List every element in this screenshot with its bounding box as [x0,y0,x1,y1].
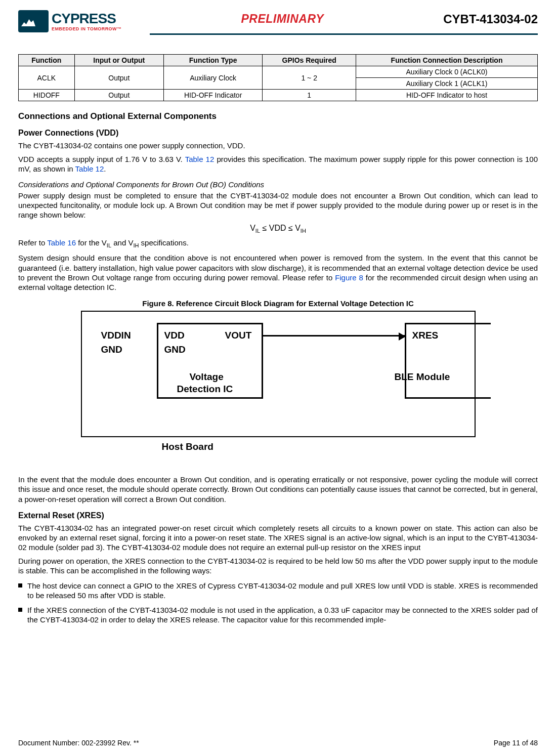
text: specifications. [139,238,188,247]
cell-gpios: 1 ~ 2 [263,66,356,90]
header-rule [150,33,538,35]
figure-label-gnd: GND [164,344,186,355]
table-row: ACLK Output Auxiliary Clock 1 ~ 2 Auxili… [19,66,538,78]
th-function: Function [19,55,75,66]
th-desc: Function Connection Description [356,55,538,66]
text: for the V [76,238,107,247]
paragraph: System design should ensure that the con… [18,253,538,292]
text: V [250,224,255,232]
subsubsection-bo-title: Considerations and Optional Components f… [18,180,538,189]
logo-icon [18,10,49,32]
subsection-xres-title: External Reset (XRES) [18,511,538,520]
text: VDD accepts a supply input of 1.76 V to … [18,155,185,163]
part-number: CYBT-413034-02 [443,10,538,26]
footer-docnum: Document Number: 002-23992 Rev. ** [18,739,139,747]
text: Refer to [18,238,47,247]
logo-main: CYPRESS [52,12,121,26]
section-title-connections: Connections and Optional External Compon… [18,111,538,121]
page-footer: Document Number: 002-23992 Rev. ** Page … [18,739,538,747]
figure-label-vdd: VDD [164,330,185,341]
table-row: HIDOFF Output HID-OFF Indicator 1 HID-OF… [19,90,538,101]
cell-io: Output [74,90,163,101]
cell-function: ACLK [19,66,75,90]
figure-label-vout: VOUT [225,330,252,341]
paragraph: VDD accepts a supply input of 1.76 V to … [18,154,538,174]
page: CYPRESS EMBEDDED IN TOMORROW™ PRELIMINAR… [0,0,556,756]
figure-label-detection-ic: Detection IC [177,384,233,395]
paragraph: The CYBT-413034-02 contains one power su… [18,141,538,150]
subsection-vdd-title: Power Connections (VDD) [18,129,538,138]
figure-label-voltage: Voltage [190,371,224,383]
link-figure8[interactable]: Figure 8 [335,273,363,282]
paragraph: During power on operation, the XRES conn… [18,556,538,575]
header-center: PRELIMINARY [121,10,443,26]
text: . [104,164,106,173]
cell-ftype: Auxiliary Clock [163,66,262,90]
paragraph: Power supply design must be completed to… [18,191,538,220]
paragraph: Refer to Table 16 for the VIL and VIH sp… [18,238,538,249]
figure-label-host-board: Host Board [162,441,213,452]
list-item: The host device can connect a GPIO to th… [18,581,538,600]
subscript: IL [255,228,260,234]
list-item: If the XRES connection of the CYBT-41303… [18,605,538,624]
figure-label-xres: XRES [412,330,439,341]
bullet-list: The host device can connect a GPIO to th… [18,581,538,625]
text: and V [111,238,133,247]
cell-io: Output [74,66,163,90]
subscript: IH [301,228,306,234]
cell-function: HIDOFF [19,90,75,101]
cell-desc: Auxiliary Clock 0 (ACLK0) [356,66,538,78]
figure-8: VDDIN GND VDD GND VOUT XRES Voltage Dete… [81,311,476,463]
th-gpios: GPIOs Required [263,55,356,66]
th-ftype: Function Type [163,55,262,66]
inequality: VIL ≤ VDD ≤ VIH [18,224,538,234]
link-table12[interactable]: Table 12 [185,155,215,163]
figure-label-ble-module: BLE Module [395,371,450,383]
cell-desc: HID-OFF Indicator to host [356,90,538,101]
cell-gpios: 1 [263,90,356,101]
preliminary-label: PRELIMINARY [241,12,324,25]
figure-label-vddin: VDDIN [101,330,131,341]
logo-block: CYPRESS EMBEDDED IN TOMORROW™ [18,10,121,32]
figure-label-gnd: GND [101,344,122,355]
text: ≤ VDD ≤ V [260,224,301,232]
function-table: Function Input or Output Function Type G… [18,54,538,101]
paragraph: In the event that the module does encoun… [18,475,538,504]
link-table16[interactable]: Table 16 [47,238,76,247]
footer-page: Page 11 of 48 [494,739,538,747]
logo-text: CYPRESS EMBEDDED IN TOMORROW™ [52,12,121,31]
subscript: IH [133,242,139,248]
th-io: Input or Output [74,55,163,66]
page-header: CYPRESS EMBEDDED IN TOMORROW™ PRELIMINAR… [18,10,538,32]
subscript: IL [107,242,111,248]
cell-desc: Auxiliary Clock 1 (ACLK1) [356,78,538,90]
link-table12[interactable]: Table 12 [75,164,104,173]
paragraph: The CYBT-413034-02 has an integrated pow… [18,523,538,553]
table-header-row: Function Input or Output Function Type G… [19,55,538,66]
cell-ftype: HID-OFF Indicator [163,90,262,101]
figure-caption: Figure 8. Reference Circuit Block Diagra… [18,299,538,308]
figure-arrow [263,335,405,337]
logo-tagline: EMBEDDED IN TOMORROW™ [52,27,121,31]
